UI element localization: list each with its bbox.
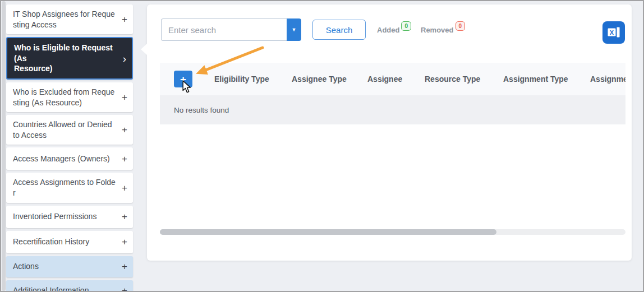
sidebar-item-label: Who is Eligible to Request (As Resource) (14, 43, 119, 74)
sidebar-item-actions[interactable]: Actions + (6, 256, 133, 277)
sidebar-item-label: Access Assignments to Folde r (13, 177, 116, 198)
horizontal-scrollbar-track[interactable] (160, 229, 625, 235)
sidebar-item-label: Who is Excluded from Reque sting (As Res… (13, 87, 114, 108)
chevron-down-icon: ▼ (292, 27, 297, 33)
sidebar-item-who-is-excluded[interactable]: Who is Excluded from Reque sting (As Res… (6, 82, 133, 112)
sidebar-item-inventoried-permissions[interactable]: Inventoried Permissions + (6, 206, 133, 228)
app-window: IT Shop Assignees for Reque sting Access… (0, 0, 644, 292)
search-input[interactable] (161, 18, 287, 41)
plus-icon: + (118, 92, 127, 102)
column-header-assignment-type: Assignment Type (503, 75, 590, 84)
sidebar-item-label: Additional Information (13, 285, 89, 292)
sidebar-item-label: Inventoried Permissions (13, 211, 96, 222)
sidebar-item-who-is-eligible-selected[interactable]: Who is Eligible to Request (As Resource)… (6, 37, 133, 80)
column-header-assignee: Assignee (367, 75, 425, 84)
sidebar: IT Shop Assignees for Reque sting Access… (1, 1, 134, 291)
add-row-button[interactable]: + (174, 71, 192, 87)
sidebar-item-access-assignments[interactable]: Access Assignments to Folde r + (6, 173, 133, 202)
removed-count-badge: 0 (456, 21, 466, 31)
excel-letter: X (610, 29, 614, 36)
sidebar-item-list: IT Shop Assignees for Reque sting Access… (6, 4, 133, 292)
panel-pointer-notch (141, 44, 147, 55)
sidebar-item-it-shop-assignees[interactable]: IT Shop Assignees for Reque sting Access… (6, 4, 133, 34)
horizontal-scrollbar-thumb[interactable] (160, 229, 496, 235)
plus-icon: + (118, 154, 127, 164)
chevron-right-icon: › (119, 53, 126, 64)
results-table: + Eligibility Type Assignee Type Assigne… (160, 63, 625, 124)
column-header-eligibility-type: Eligibility Type (214, 75, 292, 84)
added-counter: Added 0 (377, 21, 411, 34)
plus-icon: + (118, 212, 127, 221)
empty-results-message: No results found (174, 106, 229, 114)
sidebar-item-additional-information[interactable]: Additional Information + (6, 280, 133, 292)
column-header-assignee-type: Assignee Type (292, 75, 367, 84)
excel-icon: X (606, 25, 621, 40)
plus-icon: + (118, 183, 127, 193)
search-group: ▼ (161, 18, 301, 41)
plus-icon: + (118, 125, 127, 135)
column-header-resource-type: Resource Type (425, 75, 503, 84)
search-dropdown-button[interactable]: ▼ (287, 18, 301, 41)
sidebar-scrollbar[interactable] (2, 1, 6, 291)
table-header-row: + Eligibility Type Assignee Type Assigne… (160, 63, 625, 95)
added-label: Added (377, 26, 399, 34)
sidebar-item-label: IT Shop Assignees for Reque sting Access (13, 9, 115, 30)
sidebar-item-access-managers[interactable]: Access Managers (Owners) + (6, 147, 133, 170)
sidebar-item-label: Recertification History (13, 237, 89, 247)
sidebar-item-label: Countries Allowed or Denied to Access (13, 119, 112, 140)
sidebar-item-label: Access Managers (Owners) (13, 154, 110, 164)
export-excel-button[interactable]: X (602, 21, 625, 44)
sidebar-item-label: Actions (13, 261, 39, 272)
plus-icon: + (118, 262, 127, 271)
removed-label: Removed (421, 26, 454, 34)
plus-icon: + (118, 237, 127, 247)
content-panel: ▼ Search Added 0 Removed 0 X + Eligibili… (147, 4, 632, 261)
added-count-badge: 0 (401, 21, 411, 31)
plus-icon: + (118, 286, 127, 292)
sidebar-item-recertification-history[interactable]: Recertification History + (6, 231, 133, 253)
empty-results-row: No results found (160, 95, 625, 124)
search-button[interactable]: Search (312, 20, 366, 40)
removed-counter: Removed 0 (421, 21, 465, 34)
plus-icon: + (118, 15, 127, 24)
sidebar-item-countries-allowed[interactable]: Countries Allowed or Denied to Access + (6, 115, 133, 145)
column-header-assignment-truncated: Assignment Type (590, 75, 625, 84)
